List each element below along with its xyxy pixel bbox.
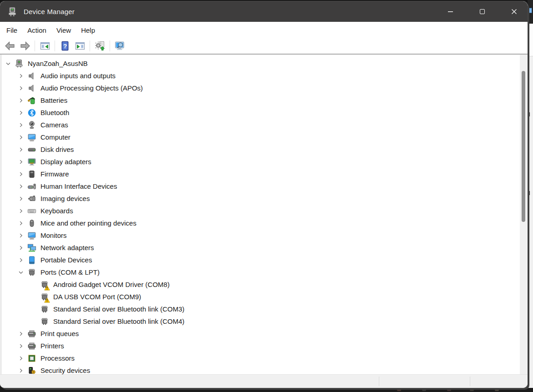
- help-button[interactable]: ?: [57, 39, 72, 53]
- tree-item-standard-serial-over-bluetooth-link-com3[interactable]: Standard Serial over Bluetooth link (COM…: [2, 303, 528, 315]
- chevron-placeholder: [30, 318, 37, 325]
- tree-item-label: Keyboards: [40, 207, 73, 215]
- back-arrow-icon: [4, 40, 16, 52]
- tree-item-label: Batteries: [40, 96, 67, 104]
- chevron-right-icon[interactable]: [17, 171, 25, 178]
- device-tree-panel: NyanZoah_AsusNBAudio inputs and outputsA…: [0, 55, 528, 374]
- tree-item-nyanzoah-asusnb[interactable]: NyanZoah_AsusNB: [2, 57, 528, 70]
- status-bar: [0, 374, 528, 388]
- battery-icon: [27, 96, 36, 105]
- tree-item-mice-and-other-pointing-devices[interactable]: Mice and other pointing devices: [2, 217, 528, 229]
- tree-item-audio-processing-objects-apos[interactable]: Audio Processing Objects (APOs): [2, 82, 528, 94]
- tree-item-display-adapters[interactable]: Display adapters: [2, 156, 528, 168]
- maximize-button[interactable]: [472, 1, 493, 22]
- tree-item-audio-inputs-and-outputs[interactable]: Audio inputs and outputs: [2, 70, 528, 82]
- tree-item-standard-serial-over-bluetooth-link-com4[interactable]: Standard Serial over Bluetooth link (COM…: [2, 315, 528, 327]
- menu-file[interactable]: File: [1, 24, 22, 37]
- chevron-right-icon[interactable]: [17, 109, 25, 116]
- tree-item-cameras[interactable]: Cameras: [2, 119, 528, 131]
- minimize-icon: [448, 9, 453, 15]
- tree-item-da-usb-vcom-port-com9[interactable]: DA USB VCOM Port (COM9): [2, 291, 528, 303]
- chevron-right-icon[interactable]: [17, 256, 25, 264]
- svg-text:?: ?: [63, 43, 66, 50]
- network-adapters-icon: [27, 243, 36, 252]
- tree-item-label: Standard Serial over Bluetooth link (COM…: [53, 317, 184, 325]
- tree-item-portable-devices[interactable]: Portable Devices: [2, 254, 528, 266]
- tree-item-label: Network adapters: [40, 244, 94, 251]
- taskbar-icon-fragment: [470, 389, 474, 391]
- warning-overlay-icon: [44, 297, 50, 302]
- chevron-right-icon[interactable]: [17, 121, 25, 129]
- tree-item-print-queues[interactable]: Print queues: [2, 327, 528, 340]
- tree-item-bluetooth[interactable]: Bluetooth: [2, 106, 528, 119]
- tree-item-computer[interactable]: Computer: [2, 131, 528, 143]
- tree-item-firmware[interactable]: Firmware: [2, 168, 528, 180]
- chevron-right-icon[interactable]: [17, 85, 25, 92]
- taskbar-icon-fragment: [422, 389, 426, 391]
- forward-button[interactable]: [17, 39, 32, 53]
- window-title: Device Manager: [24, 8, 75, 15]
- chevron-right-icon[interactable]: [17, 134, 25, 141]
- tree-item-label: Cameras: [40, 121, 68, 129]
- tree-item-network-adapters[interactable]: Network adapters: [2, 241, 528, 254]
- chevron-right-icon[interactable]: [17, 158, 25, 166]
- chevron-down-icon[interactable]: [5, 60, 12, 67]
- tree-item-disk-drives[interactable]: Disk drives: [2, 143, 528, 156]
- chevron-right-icon[interactable]: [17, 355, 25, 362]
- tree-item-imaging-devices[interactable]: Imaging devices: [2, 192, 528, 205]
- toolbar: ?: [0, 38, 528, 55]
- scan-hardware-changes-button[interactable]: [112, 39, 127, 53]
- monitor-icon: [27, 231, 36, 240]
- background-titlebar-sliver: [528, 0, 533, 24]
- chevron-down-icon[interactable]: [17, 269, 25, 276]
- bluetooth-icon: [27, 108, 36, 117]
- chevron-right-icon[interactable]: [17, 72, 25, 80]
- desktop: Device Manager FileActionViewHelp ? Nyan…: [0, 0, 533, 392]
- vertical-scrollbar[interactable]: [520, 55, 528, 374]
- tree-item-human-interface-devices[interactable]: Human Interface Devices: [2, 180, 528, 192]
- minimize-button[interactable]: [440, 1, 461, 22]
- chevron-right-icon[interactable]: [17, 244, 25, 251]
- tree-item-ports-com-lpt[interactable]: Ports (COM & LPT): [2, 266, 528, 278]
- chevron-right-icon[interactable]: [17, 207, 25, 215]
- close-button[interactable]: [503, 1, 524, 22]
- titlebar[interactable]: Device Manager: [0, 1, 528, 22]
- speaker-icon: [27, 71, 36, 80]
- tree-item-printers[interactable]: Printers: [2, 340, 528, 352]
- chevron-right-icon[interactable]: [17, 367, 25, 374]
- chevron-right-icon[interactable]: [17, 183, 25, 190]
- portable-device-icon: [27, 256, 36, 265]
- printer-icon: [27, 342, 36, 351]
- show-action-pane-button[interactable]: [72, 39, 87, 53]
- back-button[interactable]: [2, 39, 17, 53]
- menu-help[interactable]: Help: [76, 24, 100, 37]
- tree-item-label: Processors: [40, 354, 75, 362]
- chevron-right-icon[interactable]: [17, 342, 25, 350]
- scrollbar-thumb[interactable]: [522, 71, 525, 222]
- tree-item-batteries[interactable]: Batteries: [2, 94, 528, 106]
- chevron-right-icon[interactable]: [17, 220, 25, 227]
- chevron-placeholder: [30, 293, 37, 301]
- chevron-right-icon[interactable]: [17, 195, 25, 202]
- speaker-icon: [27, 84, 36, 93]
- update-driver-button[interactable]: [92, 39, 107, 53]
- serial-port-icon: [40, 292, 49, 302]
- chevron-right-icon[interactable]: [17, 232, 25, 239]
- toolbar-separator: [90, 40, 90, 51]
- tree-item-keyboards[interactable]: Keyboards: [2, 205, 528, 217]
- chevron-right-icon[interactable]: [17, 146, 25, 153]
- tree-item-label: Imaging devices: [40, 195, 90, 202]
- menu-action[interactable]: Action: [22, 24, 51, 37]
- tree-item-android-gadget-vcom-driver-com8[interactable]: Android Gadget VCOM Driver (COM8): [2, 278, 528, 291]
- chevron-right-icon[interactable]: [17, 97, 25, 104]
- tree-item-processors[interactable]: Processors: [2, 352, 528, 364]
- keyboard-icon: [27, 206, 36, 216]
- menu-bar: FileActionViewHelp: [0, 22, 528, 38]
- tree-item-security-devices[interactable]: Security devices: [2, 364, 528, 374]
- background-text-fragment: [528, 112, 530, 116]
- menu-view[interactable]: View: [51, 24, 76, 37]
- show-console-tree-button[interactable]: [37, 39, 52, 53]
- chevron-right-icon[interactable]: [17, 330, 25, 337]
- tree-item-label: Printers: [40, 342, 64, 350]
- tree-item-monitors[interactable]: Monitors: [2, 229, 528, 241]
